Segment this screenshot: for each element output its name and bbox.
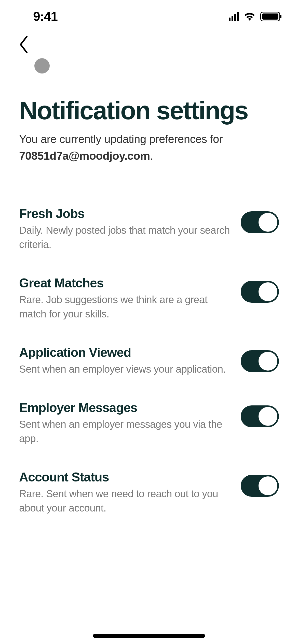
setting-row-application-viewed: Application Viewed Sent when an employer… [19,345,279,376]
setting-text: Employer Messages Sent when an employer … [19,400,241,446]
setting-row-employer-messages: Employer Messages Sent when an employer … [19,400,279,446]
setting-description: Rare. Job suggestions we think are a gre… [19,292,231,321]
status-bar: 9:41 [0,0,298,25]
setting-row-fresh-jobs: Fresh Jobs Daily. Newly posted jobs that… [19,206,279,252]
header: Notification settings You are currently … [0,74,298,164]
nav-back-container [0,25,298,74]
setting-text: Account Status Rare. Sent when we need t… [19,470,241,515]
toggle-knob [259,213,277,232]
subtitle-email: 70851d7a@moodjoy.com [19,150,150,162]
toggle-fresh-jobs[interactable] [241,211,279,233]
setting-description: Sent when an employer views your applica… [19,362,231,376]
setting-title: Fresh Jobs [19,206,231,221]
status-time: 9:41 [33,9,58,24]
cellular-signal-icon [229,12,239,21]
setting-title: Application Viewed [19,345,231,360]
setting-description: Rare. Sent when we need to reach out to … [19,487,231,515]
setting-text: Fresh Jobs Daily. Newly posted jobs that… [19,206,241,252]
avatar-placeholder [34,58,50,74]
status-indicators [229,11,280,22]
wifi-icon [243,11,256,22]
subtitle: You are currently updating preferences f… [19,131,279,164]
toggle-account-status[interactable] [241,475,279,497]
battery-icon [260,12,280,21]
toggle-knob [259,407,277,426]
toggle-knob [259,352,277,371]
subtitle-suffix: . [150,150,153,162]
home-indicator[interactable] [93,634,205,638]
toggle-knob [259,282,277,301]
setting-title: Employer Messages [19,400,231,415]
toggle-employer-messages[interactable] [241,405,279,427]
back-button[interactable] [19,36,29,53]
toggle-knob [259,476,277,495]
settings-list: Fresh Jobs Daily. Newly posted jobs that… [0,164,298,515]
setting-title: Great Matches [19,276,231,290]
setting-description: Daily. Newly posted jobs that match your… [19,223,231,252]
toggle-application-viewed[interactable] [241,350,279,372]
page-title: Notification settings [19,98,279,123]
setting-row-account-status: Account Status Rare. Sent when we need t… [19,470,279,515]
setting-text: Application Viewed Sent when an employer… [19,345,241,376]
setting-title: Account Status [19,470,231,485]
setting-description: Sent when an employer messages you via t… [19,417,231,446]
toggle-great-matches[interactable] [241,281,279,303]
subtitle-prefix: You are currently updating preferences f… [19,133,223,145]
setting-text: Great Matches Rare. Job suggestions we t… [19,276,241,321]
setting-row-great-matches: Great Matches Rare. Job suggestions we t… [19,276,279,321]
